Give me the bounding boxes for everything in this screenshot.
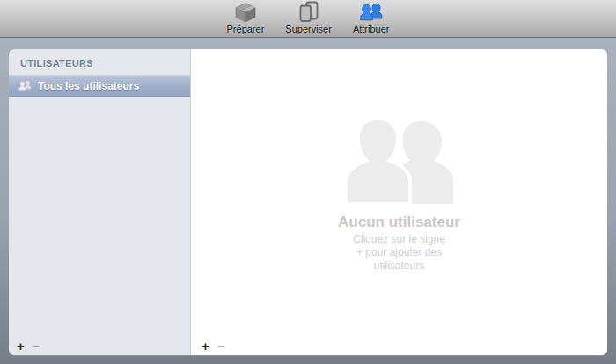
assign-users-icon xyxy=(358,1,385,23)
window-frame: UTILISATEURS Tous les utilisateurs + − xyxy=(0,38,616,364)
sidebar-footer: + − xyxy=(17,340,40,353)
main-pane: Aucun utilisateur Cliquez sur le signe +… xyxy=(191,49,607,355)
main-remove-button[interactable]: − xyxy=(217,340,225,353)
app-window: Préparer Superviser Attribuer xyxy=(0,0,616,364)
empty-state: Aucun utilisateur Cliquez sur le signe +… xyxy=(338,119,460,273)
sidebar-item-all-users[interactable]: Tous les utilisateurs xyxy=(9,75,190,97)
sidebar-add-button[interactable]: + xyxy=(17,340,25,353)
content-panel: UTILISATEURS Tous les utilisateurs + − xyxy=(9,49,607,355)
empty-state-subtitle-line: utilisateurs xyxy=(338,259,460,273)
supervise-devices-icon xyxy=(298,1,319,23)
empty-state-title: Aucun utilisateur xyxy=(338,214,460,231)
toolbar-item-supervise[interactable]: Superviser xyxy=(282,1,334,34)
toolbar-item-assign[interactable]: Attribuer xyxy=(350,1,392,34)
toolbar-item-label: Préparer xyxy=(227,24,265,34)
main-add-button[interactable]: + xyxy=(202,340,209,353)
sidebar: UTILISATEURS Tous les utilisateurs + − xyxy=(9,49,191,355)
sidebar-section-header: UTILISATEURS xyxy=(9,49,190,75)
users-placeholder-icon xyxy=(338,119,460,207)
main-footer: + − xyxy=(202,340,225,353)
toolbar-item-label: Attribuer xyxy=(353,24,390,34)
empty-state-subtitle-line: + pour ajouter des xyxy=(338,246,460,259)
empty-state-subtitle-line: Cliquez sur le signe xyxy=(338,233,460,246)
toolbar-item-prepare[interactable]: Préparer xyxy=(224,1,268,34)
user-group-icon xyxy=(18,80,33,91)
toolbar: Préparer Superviser Attribuer xyxy=(0,0,616,38)
sidebar-remove-button[interactable]: − xyxy=(33,340,40,353)
toolbar-item-label: Superviser xyxy=(285,24,332,34)
sidebar-item-label: Tous les utilisateurs xyxy=(38,80,139,92)
prepare-cube-icon xyxy=(234,1,257,23)
empty-state-subtitle: Cliquez sur le signe + pour ajouter des … xyxy=(338,233,460,273)
